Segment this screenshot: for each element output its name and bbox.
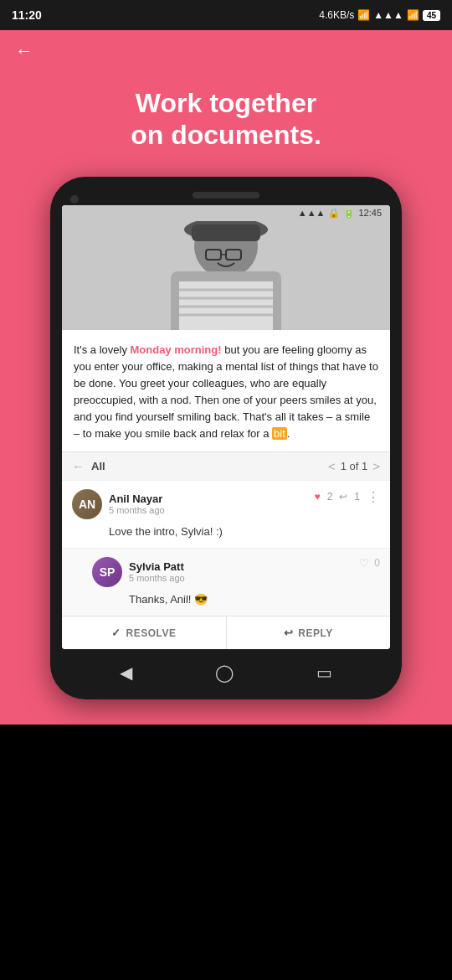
author-name: Anil Nayar — [109, 493, 165, 505]
reply-item: SP Sylvia Patt 5 months ago ♡ 0 Thanks, … — [62, 548, 390, 616]
comments-filter-section: ← All — [72, 459, 105, 473]
home-nav-button[interactable]: ◯ — [215, 663, 234, 683]
back-nav-button[interactable]: ◀ — [120, 663, 132, 683]
phone-camera — [70, 195, 79, 204]
reply-header: SP Sylvia Patt 5 months ago ♡ 0 — [92, 557, 380, 587]
comments-filter-label[interactable]: All — [91, 460, 105, 472]
reply-button[interactable]: ↩ REPLY — [227, 616, 391, 649]
reply-count: 1 — [354, 491, 360, 503]
comment-item: AN Anil Nayar 5 months ago ♥ 2 ↩ 1 ⋮ — [62, 480, 390, 548]
reply-label: REPLY — [298, 627, 332, 639]
article-text-end: . — [287, 427, 290, 440]
next-comment-button[interactable]: > — [372, 459, 380, 473]
phone-status-bar: ▲▲▲ 🔒 🔋 12:45 — [62, 205, 390, 221]
reply-heart-count: 0 — [374, 557, 380, 569]
phone-mockup: ▲▲▲ 🔒 🔋 12:45 — [50, 177, 402, 699]
article-highlight-orange: bit — [272, 427, 287, 440]
resolve-label: RESOLVE — [126, 627, 177, 639]
back-comments-arrow[interactable]: ← — [72, 459, 85, 473]
phone-battery-icon: 🔋 — [343, 208, 355, 219]
phone-speaker — [193, 192, 259, 199]
phone-top-bar — [62, 192, 390, 205]
system-time: 11:20 — [12, 8, 42, 22]
bluetooth-icon: 📶 — [357, 9, 370, 21]
article-text-mid: but you are feeling gloomy as you enter … — [74, 343, 378, 441]
phone-screen: ▲▲▲ 🔒 🔋 12:45 — [62, 205, 390, 649]
svg-rect-4 — [192, 224, 260, 241]
action-bar: ✓ RESOLVE ↩ REPLY — [62, 616, 390, 649]
heart-outline-icon[interactable]: ♡ — [359, 557, 369, 570]
battery-indicator: 45 — [423, 10, 440, 21]
reply-author-name: Sylvia Patt — [129, 560, 185, 573]
avatar: AN — [72, 489, 102, 519]
more-options-icon[interactable]: ⋮ — [367, 489, 380, 505]
network-speed: 4.6KB/s — [319, 9, 354, 21]
comment-header: AN Anil Nayar 5 months ago ♥ 2 ↩ 1 ⋮ — [72, 489, 380, 519]
phone-mockup-wrapper: ▲▲▲ 🔒 🔋 12:45 — [0, 177, 452, 725]
reply-actions: ♡ 0 — [359, 557, 380, 570]
pagination-text: 1 of 1 — [341, 460, 368, 472]
reply-icon: ↩ — [284, 627, 294, 639]
top-navigation: ← — [0, 30, 452, 72]
wifi-icon: 📶 — [407, 9, 419, 21]
article-highlight-pink: Monday morning! — [131, 343, 222, 356]
comments-pagination: < 1 of 1 > — [328, 459, 380, 473]
check-icon: ✓ — [111, 627, 121, 639]
phone-time: 12:45 — [358, 208, 382, 218]
reply-author-info: Sylvia Patt 5 months ago — [129, 560, 185, 583]
reply-icon: ↩ — [339, 491, 347, 503]
comment-author-row: AN Anil Nayar 5 months ago — [72, 489, 165, 519]
back-button[interactable]: ← — [15, 40, 33, 62]
reply-author-row: SP Sylvia Patt 5 months ago — [92, 557, 185, 587]
hero-section: Work togetheron documents. — [0, 72, 452, 177]
phone-signal-icon: ▲▲▲ — [298, 208, 326, 218]
status-icons: 4.6KB/s 📶 ▲▲▲ 📶 45 — [319, 9, 440, 21]
comment-time: 5 months ago — [109, 505, 165, 515]
prev-comment-button[interactable]: < — [328, 459, 336, 473]
reply-time: 5 months ago — [129, 573, 185, 583]
comments-header: ← All < 1 of 1 > — [62, 451, 390, 480]
hero-title: Work togetheron documents. — [17, 87, 435, 152]
signal-icon: ▲▲▲ — [373, 9, 403, 21]
avatar: SP — [92, 557, 122, 587]
heart-count: 2 — [327, 491, 333, 503]
heart-icon[interactable]: ♥ — [315, 491, 321, 503]
article-image — [62, 221, 390, 330]
reply-text: Thanks, Anil! 😎 — [129, 592, 380, 607]
system-status-bar: 11:20 4.6KB/s 📶 ▲▲▲ 📶 45 — [0, 0, 452, 30]
phone-lock-icon: 🔒 — [328, 208, 340, 219]
resolve-button[interactable]: ✓ RESOLVE — [62, 616, 227, 649]
comment-actions: ♥ 2 ↩ 1 ⋮ — [315, 489, 381, 505]
article-body: It's a lovely Monday morning! but you ar… — [62, 330, 390, 451]
author-info: Anil Nayar 5 months ago — [109, 493, 165, 515]
recents-nav-button[interactable]: ▭ — [316, 663, 332, 683]
article-text-before-highlight: It's a lovely — [74, 343, 131, 356]
phone-bottom-nav: ◀ ◯ ▭ — [62, 651, 390, 688]
comment-text: Love the intro, Sylvia! :) — [109, 524, 380, 539]
